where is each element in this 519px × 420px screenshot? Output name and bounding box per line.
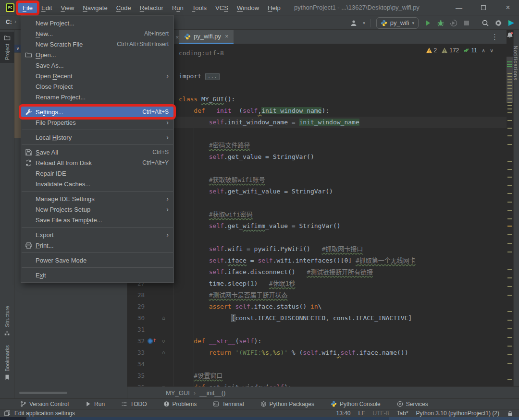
code-line[interactable]: 21 #获取wifi密码 bbox=[127, 209, 507, 220]
line-number[interactable]: 32 bbox=[127, 336, 145, 347]
menu-item-open-recent[interactable]: Open Recent› bbox=[21, 71, 173, 81]
code-line[interactable]: 35 #设置窗口 bbox=[127, 370, 507, 382]
toolwindow-button-version-control[interactable]: Version Control bbox=[20, 401, 69, 408]
menu-item-save-file-as-template[interactable]: Save File as Template... bbox=[21, 215, 173, 225]
code-line[interactable]: 10 bbox=[127, 82, 507, 94]
horizontal-scrollbar[interactable] bbox=[19, 392, 67, 394]
warnings-badge[interactable]: 2 bbox=[426, 47, 437, 54]
menu-edit[interactable]: Edit bbox=[37, 3, 56, 13]
menu-item-new-projects-setup[interactable]: New Projects Setup› bbox=[21, 204, 173, 215]
line-number[interactable]: 36 bbox=[127, 382, 145, 386]
menu-item-invalidate-caches[interactable]: Invalidate Caches... bbox=[21, 179, 173, 189]
status-widget[interactable]: Python 3.10 (pythonProject1) (2) bbox=[416, 410, 499, 417]
close-icon[interactable]: × bbox=[225, 33, 229, 40]
code-line[interactable]: 33⌂ return '(WIFI:%s,%s)' % (self.wifi,s… bbox=[127, 347, 507, 359]
fold-marker-icon[interactable]: ⌂ bbox=[162, 382, 165, 386]
menu-item-local-history[interactable]: Local History› bbox=[21, 132, 173, 143]
menu-item-close-project[interactable]: Close Project bbox=[21, 81, 173, 92]
menu-help[interactable]: Help bbox=[263, 3, 285, 13]
close-icon[interactable]: × bbox=[175, 34, 179, 41]
menu-item-open[interactable]: Open... bbox=[21, 49, 173, 60]
code-line[interactable]: 16 self.get_value = StringVar() bbox=[127, 151, 507, 163]
menu-item-repair-ide[interactable]: Repair IDE bbox=[21, 168, 173, 179]
toolwindow-button-python-packages[interactable]: Python Packages bbox=[260, 401, 314, 408]
code-line[interactable]: 13 self.init_window_name = init_window_n… bbox=[127, 117, 507, 128]
menu-item-new-scratch-file[interactable]: New Scratch FileCtrl+Alt+Shift+Insert bbox=[21, 39, 173, 49]
code-line[interactable]: 29 assert self.iface.status() in\ bbox=[127, 301, 507, 312]
status-widget[interactable]: UTF-8 bbox=[373, 410, 389, 417]
menu-item-reload-all-from-disk[interactable]: Reload All from DiskCtrl+Alt+Y bbox=[21, 157, 173, 168]
breadcrumb-drive[interactable]: C: bbox=[6, 19, 12, 25]
passed-badge[interactable]: ✔✔ 11 bbox=[463, 47, 477, 54]
code-line[interactable]: 22 self.get_wifimm_value = StringVar() bbox=[127, 220, 507, 232]
line-number[interactable]: 28 bbox=[127, 289, 145, 301]
run-configuration-select[interactable]: py_wifi ▾ bbox=[376, 17, 419, 29]
code-line[interactable]: 18 #获取破解wifi账号 bbox=[127, 174, 507, 186]
menu-item-save-all[interactable]: Save AllCtrl+S bbox=[21, 147, 173, 157]
line-number[interactable]: 34 bbox=[127, 359, 145, 370]
ide-logo-icon[interactable] bbox=[507, 19, 515, 27]
status-widget[interactable]: LF bbox=[358, 410, 365, 417]
close-button[interactable]: × bbox=[502, 3, 514, 12]
toolwindow-button-python-console[interactable]: Python Console bbox=[331, 401, 381, 408]
code-line[interactable]: 34 bbox=[127, 359, 507, 370]
inspections-widget[interactable]: 2 172 ✔✔ 11 ∧ ∨ bbox=[426, 47, 494, 54]
menu-navigate[interactable]: Navigate bbox=[78, 3, 111, 13]
code-line[interactable]: 17 bbox=[127, 163, 507, 174]
menu-item-new-project[interactable]: New Project... bbox=[21, 18, 173, 28]
error-stripe[interactable] bbox=[507, 30, 513, 386]
code-line[interactable]: 26 self.iface.disconnect() #测试链接断开所有链接 bbox=[127, 266, 507, 278]
menu-view[interactable]: View bbox=[56, 3, 78, 13]
code-line[interactable]: 12 def __init__(self,init_window_name): bbox=[127, 105, 507, 117]
sidebar-item-project[interactable]: Project bbox=[0, 32, 14, 63]
toolwindow-button-problems[interactable]: Problems bbox=[163, 401, 197, 408]
sidebar-item-structure[interactable]: Structure bbox=[0, 303, 14, 339]
code-line[interactable]: 8 bbox=[127, 59, 507, 71]
line-number[interactable]: 30 bbox=[127, 312, 145, 324]
breadcrumb-method[interactable]: __init__() bbox=[199, 389, 225, 396]
code-line[interactable]: 11class MY_GUI(): bbox=[127, 94, 507, 105]
code-line[interactable]: 23 bbox=[127, 232, 507, 243]
tab-py-wifi[interactable]: py_wifi.py × bbox=[179, 30, 234, 44]
menu-item-export[interactable]: Export› bbox=[21, 229, 173, 240]
code-editor[interactable]: 7coding:utf-889import ...1011class MY_GU… bbox=[127, 44, 507, 386]
menu-item-file-properties[interactable]: File Properties› bbox=[21, 117, 173, 128]
next-problem-chevron-icon[interactable]: ∨ bbox=[490, 48, 494, 54]
menu-code[interactable]: Code bbox=[112, 3, 136, 13]
code-line[interactable]: 19 self.get_wifi_value = StringVar() bbox=[127, 186, 507, 197]
menu-tools[interactable]: Tools bbox=[188, 3, 211, 13]
menu-item-save-as[interactable]: Save As... bbox=[21, 60, 173, 71]
editor-options-kebab-icon[interactable]: ⋮ bbox=[491, 33, 498, 41]
override-method-icon[interactable] bbox=[148, 338, 153, 344]
menu-run[interactable]: Run bbox=[168, 3, 188, 13]
line-number[interactable]: 35 bbox=[127, 370, 145, 382]
stop-button[interactable] bbox=[463, 19, 470, 27]
notifications-bell-icon[interactable] bbox=[506, 32, 514, 39]
menu-item-settings[interactable]: Settings...Ctrl+Alt+S bbox=[21, 107, 173, 117]
menu-item-new[interactable]: New...Alt+Insert bbox=[21, 28, 173, 39]
toolwindow-button-terminal[interactable]: Terminal bbox=[213, 401, 244, 408]
line-number[interactable]: 33 bbox=[127, 347, 145, 359]
line-number[interactable]: 29 bbox=[127, 301, 145, 312]
lock-icon[interactable] bbox=[507, 410, 513, 417]
weak-warnings-badge[interactable]: 172 bbox=[441, 47, 459, 54]
menu-item-exit[interactable]: Exit bbox=[21, 270, 173, 280]
chevron-down-icon[interactable]: ∨ bbox=[14, 45, 21, 52]
search-icon[interactable] bbox=[482, 19, 489, 27]
menu-window[interactable]: Window bbox=[233, 3, 263, 13]
minimize-button[interactable]: — bbox=[453, 3, 465, 12]
code-line[interactable]: 30⌂ [const.IFACE_DISCONNECTED, const.IFA… bbox=[127, 312, 507, 324]
coverage-button[interactable] bbox=[450, 19, 457, 27]
sidebar-item-bookmarks[interactable]: Bookmarks bbox=[0, 342, 14, 384]
menu-item-rename-project[interactable]: Rename Project... bbox=[21, 92, 173, 102]
code-line[interactable]: 28 #测试网卡是否属于断开状态 bbox=[127, 289, 507, 301]
menu-refactor[interactable]: Refactor bbox=[136, 3, 168, 13]
toolwindow-button-todo[interactable]: TODO bbox=[121, 401, 147, 408]
code-line[interactable]: 27 time.sleep(1) #休眠1秒 bbox=[127, 278, 507, 289]
prev-problem-chevron-icon[interactable]: ∧ bbox=[482, 48, 485, 54]
menu-item-power-save-mode[interactable]: Power Save Mode bbox=[21, 255, 173, 265]
toolwindow-button-run[interactable]: Run bbox=[85, 401, 105, 408]
menu-item-manage-ide-settings[interactable]: Manage IDE Settings› bbox=[21, 193, 173, 204]
code-line[interactable]: 20 bbox=[127, 197, 507, 209]
fold-marker-icon[interactable]: ⌂ bbox=[162, 336, 165, 347]
